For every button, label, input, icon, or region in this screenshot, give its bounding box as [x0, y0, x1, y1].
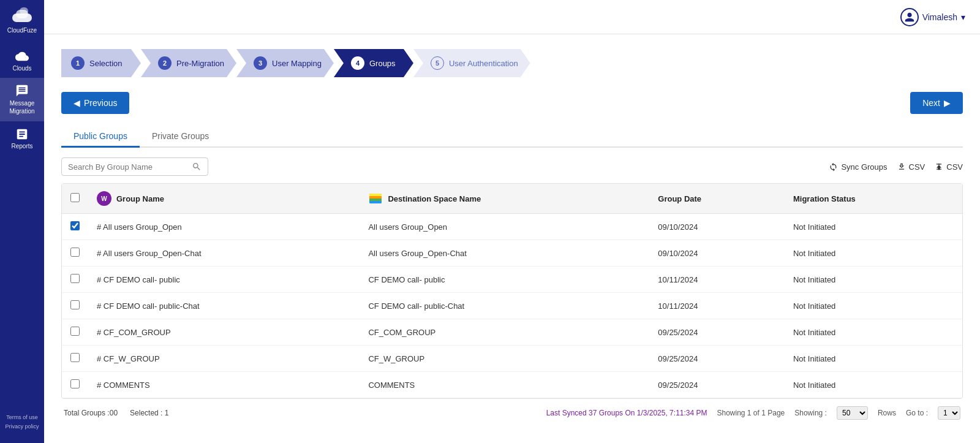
next-chevron-icon: ▶: [944, 98, 951, 108]
wizard-step-userauthentication[interactable]: 5 User Authentication: [413, 49, 530, 77]
top-header: Vimalesh ▾: [44, 0, 980, 34]
row-checkbox-4[interactable]: [70, 327, 80, 336]
total-groups: Total Groups :00: [64, 409, 118, 417]
row-checkbox-2[interactable]: [70, 274, 80, 283]
message-migration-label: MessageMigration: [9, 99, 34, 115]
groups-table: W Group Name: [62, 184, 962, 398]
select-all-checkbox[interactable]: [70, 193, 80, 202]
wizard-step-selection[interactable]: 1 Selection: [61, 49, 141, 77]
tab-public-groups[interactable]: Public Groups: [61, 126, 140, 148]
row-checkbox-6[interactable]: [70, 379, 80, 388]
upload-icon: [935, 162, 943, 171]
table-footer: Total Groups :00 Selected : 1 Last Synce…: [61, 399, 963, 420]
row-group-name-1: # All users Group_Open-Chat: [88, 240, 360, 267]
sidebar-item-reports[interactable]: Reports: [0, 121, 44, 156]
rows-suffix: Rows: [878, 409, 896, 417]
table-toolbar: Sync Groups CSV CSV: [61, 157, 963, 176]
row-group-name-6: # COMMENTS: [88, 372, 360, 398]
table-row: # CF DEMO call- public-Chat CF DEMO call…: [62, 293, 962, 319]
table-row: # COMMENTS COMMENTS 09/25/2024 Not Initi…: [62, 372, 962, 398]
row-group-name-0: # All users Group_Open: [88, 214, 360, 240]
sidebar-item-clouds[interactable]: Clouds: [0, 44, 44, 78]
search-box[interactable]: [61, 157, 208, 176]
previous-label: Previous: [84, 98, 117, 108]
prev-chevron-icon: ◀: [74, 98, 80, 108]
terms-link[interactable]: Terms of use: [5, 413, 39, 422]
last-synced-info: Last Synced 37 Groups On 1/3/2025, 7:11:…: [546, 409, 707, 417]
next-label: Next: [922, 98, 940, 108]
row-group-date-0: 09/10/2024: [649, 214, 785, 240]
app-logo[interactable]: CloudFuze: [7, 7, 37, 34]
table-row: # CF DEMO call- public CF DEMO call- pub…: [62, 267, 962, 293]
group-tabs: Public Groups Private Groups: [61, 126, 963, 148]
row-checkbox-cell[interactable]: [62, 240, 88, 267]
row-group-name-2: # CF DEMO call- public: [88, 267, 360, 293]
previous-button[interactable]: ◀ Previous: [61, 92, 129, 114]
step-2-label: Pre-Migration: [176, 59, 224, 68]
sync-groups-label: Sync Groups: [841, 162, 887, 172]
row-checkbox-cell[interactable]: [62, 346, 88, 372]
footer-right: Last Synced 37 Groups On 1/3/2025, 7:11:…: [546, 406, 960, 420]
next-button[interactable]: Next ▶: [910, 92, 963, 114]
row-group-name-4: # CF_COM_GROUP: [88, 319, 360, 346]
row-checkbox-3[interactable]: [70, 300, 80, 309]
svg-rect-6: [369, 199, 382, 201]
row-migration-status-2: Not Initiated: [785, 267, 962, 293]
goto-page-select[interactable]: 1: [938, 406, 960, 420]
wizard-step-premigration[interactable]: 2 Pre-Migration: [141, 49, 236, 77]
wizard-steps: 1 Selection 2 Pre-Migration 3 User Mappi…: [61, 49, 963, 77]
csv-export-button[interactable]: CSV: [935, 162, 963, 172]
row-group-date-3: 10/11/2024: [649, 293, 785, 319]
app-name-label: CloudFuze: [7, 27, 37, 34]
sidebar-item-message-migration[interactable]: MessageMigration: [0, 78, 44, 121]
username-label: Vimalesh: [922, 12, 957, 22]
select-all-header[interactable]: [62, 184, 88, 214]
wizard-step-usermapping[interactable]: 3 User Mapping: [236, 49, 334, 77]
row-group-date-1: 09/10/2024: [649, 240, 785, 267]
step-2-num: 2: [158, 56, 172, 70]
tab-private-groups[interactable]: Private Groups: [140, 126, 221, 148]
search-input[interactable]: [68, 162, 192, 172]
row-group-name-5: # CF_W_GROUP: [88, 346, 360, 372]
selected-count: Selected : 1: [130, 409, 168, 417]
row-checkbox-cell[interactable]: [62, 214, 88, 240]
groups-table-wrapper: W Group Name: [61, 183, 963, 399]
user-menu[interactable]: Vimalesh ▾: [900, 8, 965, 26]
row-dest-name-0: All users Group_Open: [360, 214, 649, 240]
row-checkbox-1[interactable]: [70, 248, 80, 257]
row-checkbox-cell[interactable]: [62, 293, 88, 319]
row-checkbox-cell[interactable]: [62, 267, 88, 293]
download-icon: [897, 162, 906, 171]
chevron-down-icon: ▾: [961, 12, 965, 22]
rows-per-page-select[interactable]: 50 100 200: [837, 406, 868, 420]
rows-label: Showing :: [794, 409, 827, 417]
row-checkbox-5[interactable]: [70, 353, 80, 362]
footer-left: Total Groups :00 Selected : 1: [64, 409, 168, 417]
table-row: # CF_W_GROUP CF_W_GROUP 09/25/2024 Not I…: [62, 346, 962, 372]
step-1-num: 1: [71, 56, 85, 70]
row-checkbox-0[interactable]: [70, 221, 80, 230]
svg-rect-5: [369, 196, 382, 199]
sync-icon: [829, 162, 838, 172]
row-dest-name-1: All users Group_Open-Chat: [360, 240, 649, 267]
row-dest-name-4: CF_COM_GROUP: [360, 319, 649, 346]
table-header-row: W Group Name: [62, 184, 962, 214]
row-group-date-4: 09/25/2024: [649, 319, 785, 346]
page-content: 1 Selection 2 Pre-Migration 3 User Mappi…: [44, 34, 980, 443]
row-migration-status-0: Not Initiated: [785, 214, 962, 240]
table-row: # All users Group_Open All users Group_O…: [62, 214, 962, 240]
dest-space-header: Destination Space Name: [360, 184, 649, 214]
row-dest-name-3: CF DEMO call- public-Chat: [360, 293, 649, 319]
group-name-icon: W: [97, 191, 111, 206]
privacy-link[interactable]: Privacy policy: [5, 422, 39, 431]
wizard-step-groups[interactable]: 4 Groups: [334, 49, 413, 77]
svg-rect-2: [20, 7, 28, 15]
goto-label: Go to :: [906, 409, 928, 417]
row-checkbox-cell[interactable]: [62, 372, 88, 398]
row-group-name-3: # CF DEMO call- public-Chat: [88, 293, 360, 319]
group-name-header: W Group Name: [88, 184, 360, 214]
csv-import-button[interactable]: CSV: [897, 162, 925, 172]
row-checkbox-cell[interactable]: [62, 319, 88, 346]
sync-groups-button[interactable]: Sync Groups: [829, 162, 887, 172]
row-group-date-6: 09/25/2024: [649, 372, 785, 398]
